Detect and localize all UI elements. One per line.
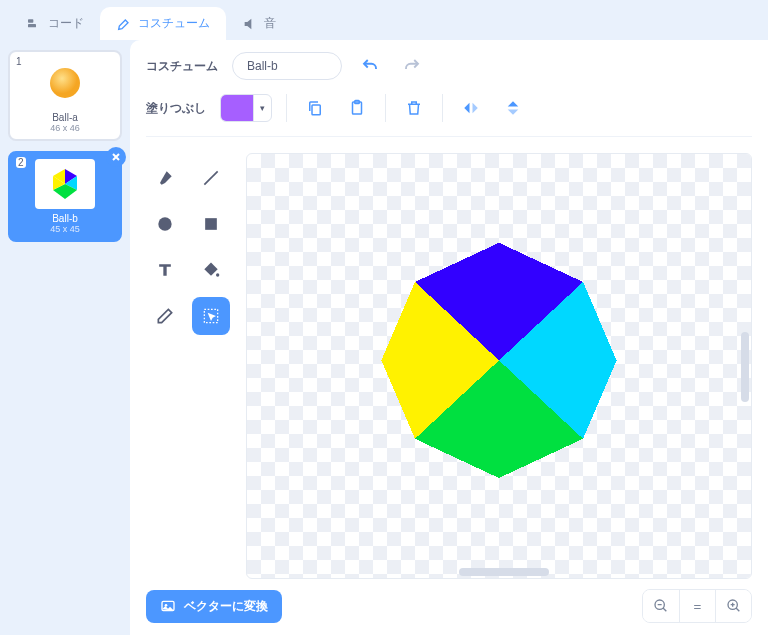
toolbar-row: 塗りつぶし ▾ xyxy=(146,94,752,137)
svg-point-8 xyxy=(216,273,219,276)
paintbrush-icon xyxy=(116,16,132,32)
eraser-icon xyxy=(155,306,175,326)
chevron-down-icon: ▾ xyxy=(253,95,271,121)
costume-number: 1 xyxy=(16,56,22,67)
code-icon xyxy=(26,16,42,32)
brush-icon xyxy=(155,168,175,188)
main-area: 1 Ball-a 46 x 46 2 Ball-b 45 x 45 コスチューム xyxy=(0,40,768,635)
fill-label: 塗りつぶし xyxy=(146,100,206,117)
tab-costumes[interactable]: コスチューム xyxy=(100,7,226,40)
text-icon xyxy=(155,260,175,280)
costume-item-ball-b[interactable]: 2 Ball-b 45 x 45 xyxy=(8,151,122,242)
zoom-in-icon xyxy=(726,598,742,614)
redo-icon xyxy=(403,57,421,75)
svg-point-16 xyxy=(165,604,168,607)
costume-thumbnail xyxy=(35,159,95,209)
tool-line[interactable] xyxy=(192,159,230,197)
costume-artwork xyxy=(359,220,639,500)
tool-rectangle[interactable] xyxy=(192,205,230,243)
redo-button[interactable] xyxy=(398,52,426,80)
editor-tabs: コード コスチューム 音 xyxy=(0,0,768,40)
paint-editor: コスチューム 塗りつぶし ▾ xyxy=(130,40,768,635)
tab-sounds-label: 音 xyxy=(264,15,276,32)
tool-brush[interactable] xyxy=(146,159,184,197)
tab-code-label: コード xyxy=(48,15,84,32)
select-icon xyxy=(201,306,221,326)
svg-rect-3 xyxy=(312,105,320,115)
svg-rect-0 xyxy=(28,19,33,22)
flip-vertical-icon xyxy=(504,98,522,118)
convert-to-vector-button[interactable]: ベクターに変換 xyxy=(146,590,282,623)
fill-color-swatch xyxy=(221,95,253,121)
zoom-reset-button[interactable]: = xyxy=(679,590,715,622)
tool-circle[interactable] xyxy=(146,205,184,243)
line-icon xyxy=(201,168,221,188)
undo-button[interactable] xyxy=(356,52,384,80)
costume-list: 1 Ball-a 46 x 46 2 Ball-b 45 x 45 xyxy=(0,40,130,635)
divider xyxy=(385,94,386,122)
image-icon xyxy=(160,598,176,614)
zoom-controls: = xyxy=(642,589,752,623)
costume-name: Ball-a xyxy=(52,112,78,123)
costume-item-ball-a[interactable]: 1 Ball-a 46 x 46 xyxy=(8,50,122,141)
costume-name-input[interactable] xyxy=(232,52,342,80)
tool-palette xyxy=(146,153,236,579)
tool-fill[interactable] xyxy=(192,251,230,289)
horizontal-scrollbar[interactable] xyxy=(459,568,549,576)
tab-costumes-label: コスチューム xyxy=(138,15,210,32)
canvas[interactable] xyxy=(246,153,752,579)
costume-dimensions: 46 x 46 xyxy=(50,123,80,133)
tool-select[interactable] xyxy=(192,297,230,335)
vertical-scrollbar[interactable] xyxy=(741,332,749,402)
divider xyxy=(286,94,287,122)
tool-eraser[interactable] xyxy=(146,297,184,335)
costume-thumbnail xyxy=(35,58,95,108)
delete-button[interactable] xyxy=(400,94,428,122)
tab-code[interactable]: コード xyxy=(10,7,100,40)
divider xyxy=(442,94,443,122)
flip-horizontal-button[interactable] xyxy=(457,94,485,122)
costume-dimensions: 45 x 45 xyxy=(50,224,80,234)
zoom-out-button[interactable] xyxy=(643,590,679,622)
svg-rect-1 xyxy=(28,24,36,27)
paste-icon xyxy=(348,99,366,117)
undo-icon xyxy=(361,57,379,75)
svg-point-6 xyxy=(158,217,171,230)
fill-bucket-icon xyxy=(201,260,221,280)
flip-horizontal-icon xyxy=(461,99,481,117)
costume-name-label: コスチューム xyxy=(146,58,218,75)
delete-costume-button[interactable] xyxy=(106,147,126,167)
circle-icon xyxy=(155,214,175,234)
bottom-bar: ベクターに変換 = xyxy=(146,589,752,623)
trash-icon xyxy=(405,99,423,117)
square-icon xyxy=(201,214,221,234)
convert-button-label: ベクターに変換 xyxy=(184,598,268,615)
zoom-out-icon xyxy=(653,598,669,614)
costume-number: 2 xyxy=(16,157,26,168)
zoom-in-button[interactable] xyxy=(715,590,751,622)
copy-icon xyxy=(306,99,324,117)
header-row: コスチューム xyxy=(146,52,752,80)
svg-rect-7 xyxy=(205,218,217,230)
tool-text[interactable] xyxy=(146,251,184,289)
costume-name: Ball-b xyxy=(52,213,78,224)
flip-vertical-button[interactable] xyxy=(499,94,527,122)
sound-icon xyxy=(242,16,258,32)
tab-sounds[interactable]: 音 xyxy=(226,7,292,40)
copy-button[interactable] xyxy=(301,94,329,122)
workspace xyxy=(146,153,752,579)
paste-button[interactable] xyxy=(343,94,371,122)
svg-point-2 xyxy=(50,68,80,98)
fill-color-picker[interactable]: ▾ xyxy=(220,94,272,122)
close-icon xyxy=(111,152,121,162)
